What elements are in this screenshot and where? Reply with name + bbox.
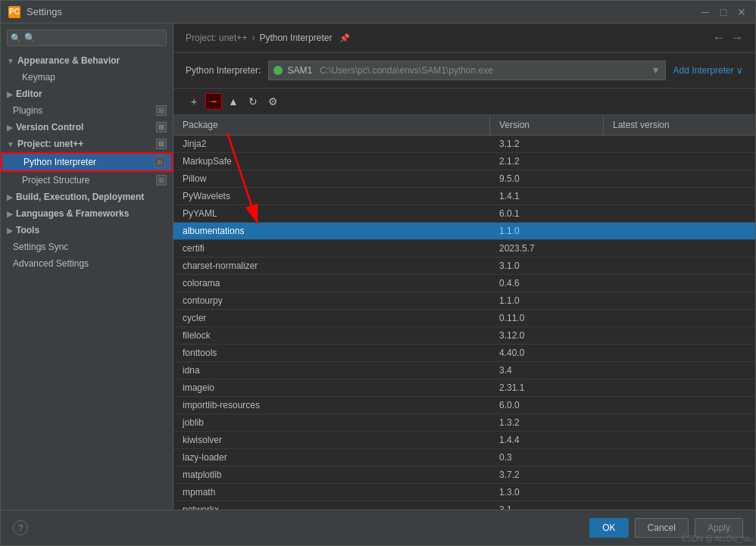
sidebar-item-build[interactable]: ▶ Build, Execution, Deployment [1,189,173,205]
sidebar: 🔍 ▼ Appearance & Behavior Keymap ▶ Edito… [1,23,173,510]
badge-icon: ⊞ [156,175,167,186]
sidebar-item-label: Settings Sync [13,242,68,252]
window-controls: ─ □ ✕ [699,6,748,18]
package-name: filelock [173,327,490,344]
package-version: 1.3.2 [490,414,604,431]
package-name: colorama [173,275,490,292]
package-name: PyWavelets [173,188,490,204]
badge-icon: ⊞ [155,157,165,167]
sidebar-item-label: Languages & Frameworks [16,208,129,219]
package-latest [604,397,755,413]
table-row[interactable]: matplotlib 3.7.2 [173,466,755,484]
sidebar-item-label: Plugins [13,105,42,116]
sidebar-item-languages[interactable]: ▶ Languages & Frameworks [1,205,173,222]
sidebar-item-project-structure[interactable]: Project Structure ⊞ [1,172,173,189]
sidebar-item-tools[interactable]: ▶ Tools [1,222,173,239]
nav-forward-button[interactable]: → [731,31,743,45]
table-row[interactable]: imageio 2.31.1 [173,379,755,397]
package-version: 3.1.2 [490,136,604,152]
breadcrumb: Project: unet++ › Python Interpreter 📌 ←… [173,23,755,53]
package-name: fonttools [173,345,490,361]
badge-icon: ⊞ [156,122,167,133]
settings-button[interactable]: ⚙ [264,93,281,110]
sidebar-item-label: Build, Execution, Deployment [16,192,144,202]
sidebar-item-keymap[interactable]: Keymap [1,69,173,86]
table-row[interactable]: kiwisolver 1.4.4 [173,432,755,449]
package-name: kiwisolver [173,432,490,448]
maximize-button[interactable]: □ [717,6,729,18]
package-latest [604,414,755,431]
title-bar: PC Settings ─ □ ✕ [1,1,755,23]
add-package-button[interactable]: + [186,93,202,110]
watermark: CSDN @ ArcGis_Niu [682,535,753,543]
ok-button[interactable]: OK [589,518,628,538]
table-row[interactable]: charset-normalizer 3.1.0 [173,257,755,275]
sidebar-item-label: Keymap [22,72,55,83]
table-row[interactable]: colorama 0.4.6 [173,275,755,292]
sidebar-item-advanced-settings[interactable]: Advanced Settings [1,255,173,272]
table-row[interactable]: Pillow 9.5.0 [173,170,755,188]
package-version: 9.5.0 [490,170,604,187]
table-row[interactable]: lazy-loader 0.3 [173,449,755,466]
cancel-button[interactable]: Cancel [635,518,689,538]
table-row[interactable]: filelock 3.12.0 [173,327,755,345]
move-up-button[interactable]: ▲ [225,93,242,110]
package-latest [604,153,755,170]
sidebar-item-editor[interactable]: ▶ Editor [1,86,173,102]
table-row[interactable]: cycler 0.11.0 [173,310,755,327]
table-row[interactable]: importlib-resources 6.0.0 [173,397,755,414]
col-latest: Latest version [604,115,755,135]
breadcrumb-current: Python Interpreter [259,33,332,43]
package-version: 2.31.1 [490,379,604,396]
close-button[interactable]: ✕ [736,6,748,18]
package-version: 1.1.0 [490,223,604,239]
sidebar-item-project[interactable]: ▼ Project: unet++ ⊞ [1,136,173,152]
table-row[interactable]: certifi 2023.5.7 [173,240,755,257]
badge-icon: ⊞ [156,105,167,116]
package-latest [604,432,755,448]
package-latest [604,310,755,326]
chevron-icon: ▶ [7,210,13,218]
table-row[interactable]: idna 3.4 [173,362,755,379]
nav-back-button[interactable]: ← [713,31,725,45]
table-row[interactable]: PyYAML 6.0.1 [173,205,755,223]
pin-icon[interactable]: 📌 [339,33,350,43]
sidebar-item-label: Tools [16,225,39,236]
package-table: Package Version Latest version Jinja2 3.… [173,115,755,510]
table-row[interactable]: fonttools 4.40.0 [173,345,755,362]
table-row[interactable]: contourpy 1.1.0 [173,292,755,310]
sidebar-item-version-control[interactable]: ▶ Version Control ⊞ [1,119,173,136]
package-name: importlib-resources [173,397,490,413]
package-name: contourpy [173,292,490,309]
package-latest [604,362,755,379]
search-input[interactable] [7,30,167,46]
sidebar-item-plugins[interactable]: Plugins ⊞ [1,102,173,119]
package-name: mpmath [173,484,490,501]
interpreter-select[interactable]: SAM1 C:\Users\pc\.conda\envs\SAM1\python… [268,61,665,80]
table-row[interactable]: PyWavelets 1.4.1 [173,188,755,205]
table-row[interactable]: mpmath 1.3.0 [173,484,755,501]
minimize-button[interactable]: ─ [699,6,711,18]
package-name: PyYAML [173,205,490,222]
refresh-button[interactable]: ↻ [245,93,261,110]
table-row[interactable]: networkx 3.1 [173,501,755,510]
table-row[interactable]: Jinja2 3.1.2 [173,136,755,153]
app-icon: PC [8,6,20,18]
sidebar-item-label: Editor [16,89,42,99]
table-row[interactable]: albumentations 1.1.0 [173,223,755,240]
sidebar-item-python-interpreter[interactable]: Python Interpreter ⊞ [1,152,173,172]
package-latest [604,205,755,222]
help-button[interactable]: ? [13,520,28,535]
package-version: 1.4.4 [490,432,604,448]
package-version: 3.7.2 [490,466,604,483]
sidebar-item-settings-sync[interactable]: Settings Sync [1,239,173,255]
search-box[interactable]: 🔍 [7,30,167,46]
add-interpreter-button[interactable]: Add Interpreter ∨ [673,65,743,76]
table-row[interactable]: MarkupSafe 2.1.2 [173,153,755,170]
package-version: 0.3 [490,449,604,466]
table-row[interactable]: joblib 1.3.2 [173,414,755,432]
remove-package-button[interactable]: − [205,93,222,110]
main-content: 🔍 ▼ Appearance & Behavior Keymap ▶ Edito… [1,23,755,510]
package-version: 0.11.0 [490,310,604,326]
sidebar-item-appearance[interactable]: ▼ Appearance & Behavior [1,52,173,69]
